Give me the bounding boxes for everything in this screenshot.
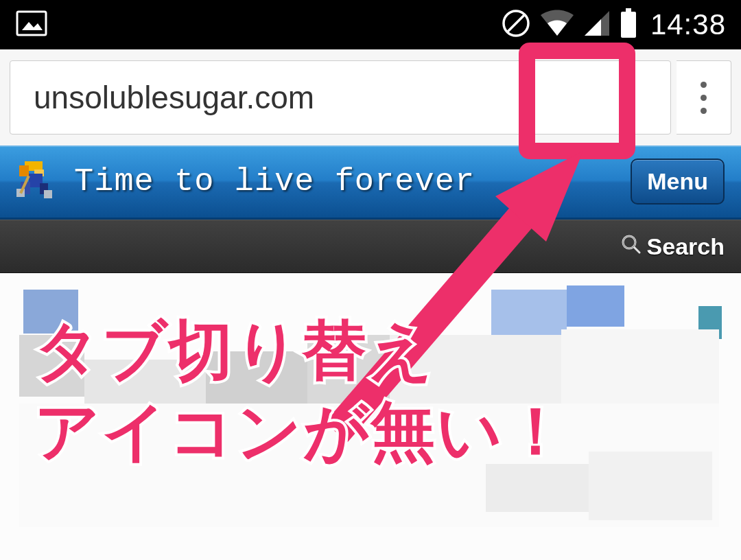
svg-line-9 [634,247,639,253]
battery-icon [619,8,638,41]
url-text: unsolublesugar.com [34,79,314,116]
svg-rect-0 [17,12,46,35]
search-label: Search [647,233,725,260]
more-dot-icon [701,82,707,88]
svg-line-3 [508,15,524,32]
svg-marker-5 [585,19,601,36]
more-dot-icon [701,108,707,114]
image-placeholder-icon [15,10,48,40]
search-icon [621,233,642,260]
site-avatar-icon [16,160,60,204]
status-left [15,10,48,40]
menu-button[interactable]: Menu [631,159,725,205]
search-strip: Search [0,220,741,273]
mosaic-placeholder [19,285,722,533]
clock-text: 14:38 [650,8,726,41]
cellular-icon [583,10,611,40]
svg-point-10 [623,236,635,248]
site-title: Time to live forever [74,163,475,200]
more-dot-icon [701,95,707,101]
status-bar: 14:38 [0,0,741,49]
url-bar[interactable]: unsolublesugar.com [10,60,671,135]
search-button[interactable]: Search [621,233,725,260]
wifi-icon [539,10,575,40]
site-header: Time to live forever Menu [0,145,741,220]
status-right: 14:38 [501,8,726,41]
do-not-disturb-icon [501,8,531,41]
more-menu-button[interactable] [677,60,731,135]
svg-rect-6 [626,8,631,12]
browser-toolbar: unsolublesugar.com [0,49,741,145]
page-content [0,273,741,560]
svg-marker-1 [22,22,43,30]
svg-rect-7 [621,12,636,38]
